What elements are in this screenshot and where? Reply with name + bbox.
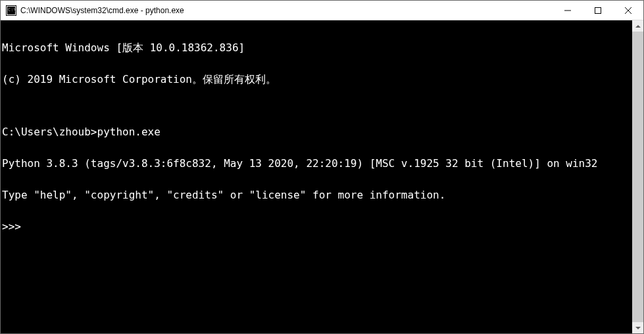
window-title: C:\WINDOWS\system32\cmd.exe - python.exe — [20, 6, 553, 15]
scroll-up-button[interactable] — [632, 20, 643, 32]
terminal-line: (c) 2019 Microsoft Corporation。保留所有权利。 — [2, 74, 643, 85]
minimize-button[interactable] — [553, 1, 583, 20]
svg-text:C:\: C:\ — [8, 7, 16, 12]
cmd-icon: C:\ — [6, 5, 16, 16]
terminal-line: C:\Users\zhoub>python.exe — [2, 127, 643, 137]
maximize-button[interactable] — [583, 1, 613, 20]
close-button[interactable] — [613, 1, 643, 20]
titlebar[interactable]: C:\ C:\WINDOWS\system32\cmd.exe - python… — [1, 1, 643, 20]
scroll-down-button[interactable] — [632, 322, 643, 333]
vertical-scrollbar[interactable] — [632, 20, 643, 333]
window-controls — [553, 1, 643, 20]
terminal-line: Type "help", "copyright", "credits" or "… — [2, 190, 643, 201]
window: C:\ C:\WINDOWS\system32\cmd.exe - python… — [0, 0, 644, 334]
svg-rect-5 — [595, 7, 601, 13]
terminal-area[interactable]: Microsoft Windows [版本 10.0.18362.836] (c… — [1, 20, 643, 333]
svg-marker-8 — [635, 25, 641, 28]
scroll-thumb[interactable] — [632, 32, 643, 322]
svg-marker-9 — [635, 327, 641, 329]
terminal-prompt: >>> — [2, 222, 643, 232]
scroll-track[interactable] — [632, 32, 643, 322]
terminal-line: Python 3.8.3 (tags/v3.8.3:6f8c832, May 1… — [2, 158, 643, 169]
terminal-line: Microsoft Windows [版本 10.0.18362.836] — [2, 43, 643, 53]
